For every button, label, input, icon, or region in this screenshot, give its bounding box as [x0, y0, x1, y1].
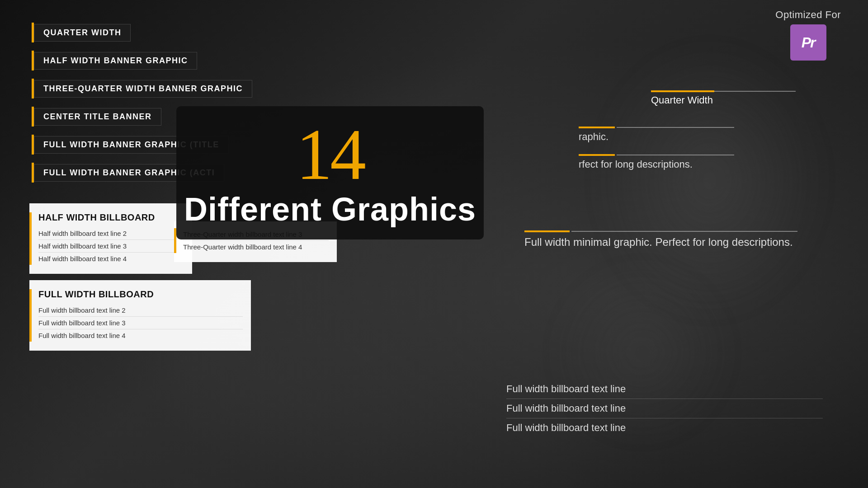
top-right-section: Optimized For Pr	[775, 9, 841, 61]
half-right-bar-row-1	[579, 127, 841, 128]
sidebar-label-three-quarter-banner: THREE-QUARTER WIDTH BANNER GRAPHIC	[34, 80, 252, 98]
half-billboard-line-3: Half width billboard text line 3	[38, 240, 184, 253]
full-minimal-bar-row	[524, 230, 841, 232]
half-right-bar-row-2	[579, 154, 841, 156]
sidebar-label-half-width-banner: HALF WIDTH BANNER GRAPHIC	[34, 52, 197, 70]
sidebar-item-half-width-banner[interactable]: HALF WIDTH BANNER GRAPHIC	[32, 51, 252, 70]
three-quarter-line-4: Three-Quarter width billboard text line …	[183, 241, 329, 253]
half-right-desc-2: rfect for long descriptions.	[579, 159, 841, 170]
optimized-label: Optimized For	[775, 9, 841, 21]
half-billboard-card: HALF WIDTH BILLBOARD Half width billboar…	[29, 203, 192, 274]
sidebar-label-quarter-width: QUARTER WIDTH	[34, 24, 131, 42]
sidebar-item-three-quarter-banner[interactable]: THREE-QUARTER WIDTH BANNER GRAPHIC	[32, 79, 252, 99]
full-minimal-bar-white	[571, 231, 797, 232]
half-billboard-line-2: Half width billboard text line 2	[38, 227, 184, 240]
half-right-item-1: raphic.	[579, 127, 841, 143]
full-billboard-title: FULL WIDTH BILLBOARD	[38, 289, 243, 300]
half-right-desc-1: raphic.	[579, 131, 841, 143]
half-right-bar-orange-2	[579, 154, 615, 156]
right-billboard-line-2: Full width billboard text line	[506, 399, 823, 418]
full-billboard-content: FULL WIDTH BILLBOARD Full width billboar…	[38, 289, 243, 342]
half-billboard-line-4: Half width billboard text line 4	[38, 253, 184, 265]
half-right-bar-orange-1	[579, 127, 615, 128]
full-billboard-inner: FULL WIDTH BILLBOARD Full width billboar…	[29, 289, 243, 342]
overlay-number: 14	[296, 118, 364, 191]
half-billboard-content: HALF WIDTH BILLBOARD Half width billboar…	[38, 212, 184, 265]
right-billboard-texts: Full width billboard text line Full widt…	[506, 380, 823, 437]
quarter-width-card: Quarter Width	[651, 90, 796, 106]
quarter-card-bar-row	[651, 90, 796, 92]
half-right-section: raphic. rfect for long descriptions.	[579, 127, 841, 182]
full-minimal-bar-orange	[524, 230, 570, 232]
quarter-bar-orange	[651, 90, 714, 92]
half-right-item-2: rfect for long descriptions.	[579, 154, 841, 170]
full-billboard-card: FULL WIDTH BILLBOARD Full width billboar…	[29, 280, 251, 351]
half-billboard-inner: HALF WIDTH BILLBOARD Half width billboar…	[29, 212, 184, 265]
right-billboard-line-3: Full width billboard text line	[506, 418, 823, 437]
half-right-bar-white-1	[617, 127, 734, 128]
overlay-text: Different Graphics	[184, 191, 476, 228]
sidebar-label-center-title: CENTER TITLE BANNER	[34, 108, 161, 126]
full-billboard-line-4: Full width billboard text line 4	[38, 329, 243, 342]
full-billboard-line-3: Full width billboard text line 3	[38, 317, 243, 329]
half-right-bar-white-2	[617, 155, 734, 155]
center-overlay: 14 Different Graphics	[176, 106, 484, 239]
full-minimal-desc: Full width minimal graphic. Perfect for …	[524, 236, 841, 249]
quarter-bar-white	[714, 91, 796, 92]
quarter-card-title: Quarter Width	[651, 94, 796, 106]
right-billboard-line-1: Full width billboard text line	[506, 380, 823, 399]
full-billboard-line-2: Full width billboard text line 2	[38, 304, 243, 317]
premiere-logo: Pr	[790, 24, 826, 61]
half-billboard-accent-bar	[29, 212, 32, 265]
half-billboard-title: HALF WIDTH BILLBOARD	[38, 212, 184, 223]
full-billboard-accent-bar	[29, 289, 32, 342]
premiere-pr-text: Pr	[802, 34, 815, 51]
full-minimal-right: Full width minimal graphic. Perfect for …	[524, 230, 841, 249]
sidebar-item-quarter-width[interactable]: QUARTER WIDTH	[32, 23, 252, 42]
